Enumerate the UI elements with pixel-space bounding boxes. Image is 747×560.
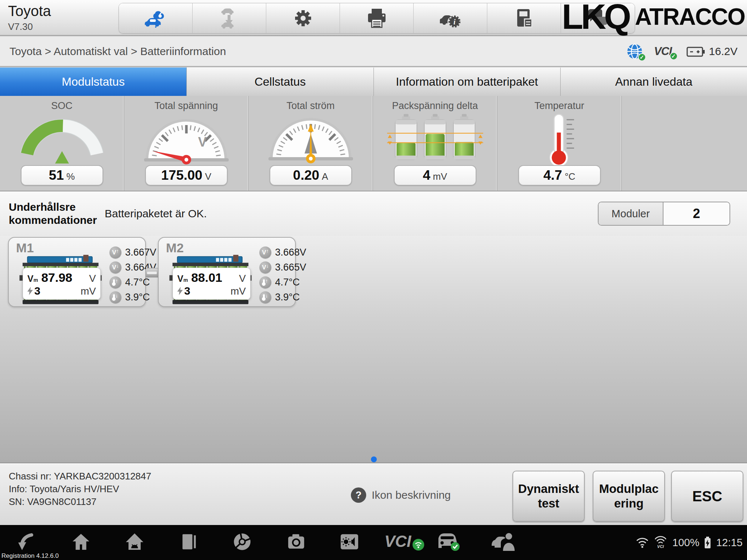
battery-voltage-icon	[686, 46, 705, 57]
temp-max-icon: ↑	[259, 276, 271, 288]
tab-cellstatus[interactable]: Cellstatus	[187, 67, 374, 96]
icon-description-button[interactable]: ? Ikon beskrivning	[351, 487, 451, 503]
camera-button[interactable]	[287, 533, 306, 552]
top-toolbar: i	[119, 3, 635, 34]
printer-icon	[366, 8, 387, 28]
chrome-icon	[233, 532, 252, 551]
voltage-max-icon: V↑	[109, 246, 121, 258]
gauge-pack-delta: Packspänning delta	[373, 96, 498, 191]
settings-gear-icon	[293, 8, 314, 29]
registration-version: Registration 4.12.6.0	[1, 552, 59, 560]
module-name: M1	[16, 241, 34, 255]
page-indicator-dot	[371, 456, 377, 462]
stat-tmin: ↓ 3.9°C	[259, 291, 306, 304]
recent-apps-icon	[179, 533, 198, 551]
temp-max-icon: ↑	[109, 276, 121, 288]
chrome-button[interactable]	[233, 532, 252, 553]
settings-button[interactable]	[266, 3, 340, 33]
pack-delta-icon	[380, 112, 490, 168]
voltage-max-icon: V↑	[259, 246, 271, 258]
app-header: Toyota V7.30	[0, 0, 747, 36]
mechanic-button[interactable]	[491, 532, 516, 553]
icon-description-label: Ikon beskrivning	[372, 489, 451, 501]
android-home-button[interactable]	[125, 533, 144, 552]
breadcrumb: Toyota > Automatiskt val > Batteriinform…	[9, 45, 226, 58]
mechanic-icon	[491, 532, 516, 552]
stat-vmin: V↓ 3.665V	[259, 261, 306, 274]
vci-connection-icon: VCI	[384, 532, 426, 552]
android-navbar: VCI	[0, 525, 747, 560]
temp-min-icon: ↓	[109, 291, 121, 303]
modules-area: M1	[0, 236, 747, 462]
total-voltage-value: 175.00 V	[145, 165, 228, 186]
camera-icon	[287, 533, 306, 551]
voltage-min-icon: V↓	[259, 261, 271, 273]
dynamic-test-button[interactable]: Dynamiskt test	[512, 471, 585, 522]
internet-status: ✓	[626, 43, 643, 60]
remote-diagnostics-icon	[144, 8, 167, 29]
module-value-overlay: Vm 88.01 V 3 mV	[173, 268, 251, 300]
vehicle-info-block: Chassi nr: YARKBAC3200312847 Info: Toyot…	[9, 470, 151, 508]
support-chat-button[interactable]	[561, 3, 635, 33]
back-icon	[18, 533, 36, 551]
gauge-soc: SOC 51 %	[0, 96, 124, 191]
back-button[interactable]	[18, 533, 36, 552]
battery-voltage-value: 16.2V	[709, 45, 738, 58]
module-delta: 3	[184, 285, 190, 297]
soc-value: 51 %	[21, 165, 103, 186]
stat-tmax: ↑ 4.7°C	[109, 276, 156, 289]
gauge-empty-panel	[622, 96, 747, 191]
svg-text:VCI: VCI	[384, 532, 411, 550]
question-icon: ?	[351, 487, 366, 503]
vehicle-info-button[interactable]: i	[414, 3, 487, 33]
vehicle-model-info: Info: Toyota/Yaris HV/HEV	[9, 483, 151, 495]
tab-modulstatus[interactable]: Modulstatus	[0, 67, 187, 96]
connection-status: ✓ VCI ✓ 16.2V	[626, 43, 738, 60]
recent-apps-button[interactable]	[179, 533, 198, 552]
home-button[interactable]	[71, 533, 90, 552]
app-version: V7.30	[8, 21, 33, 32]
vci-status: VCI ✓	[654, 45, 676, 58]
gauge-total-voltage: Total spänning V 175.00 V	[124, 96, 249, 191]
print-button[interactable]	[340, 3, 414, 33]
tab-annan-livedata[interactable]: Annan livedata	[561, 67, 747, 96]
serial-number: SN: VA9GN8C01137	[9, 495, 151, 508]
breadcrumb-bar: Toyota > Automatiskt val > Batteriinform…	[0, 36, 747, 67]
data-manager-button[interactable]	[487, 3, 561, 33]
module-name: M2	[166, 241, 184, 255]
vci-connection-button[interactable]: VCI	[384, 532, 426, 553]
vehicle-voltage: 16.2V	[686, 45, 738, 58]
modules-counter-value: 2	[663, 202, 729, 225]
vehicle-connected-button[interactable]	[436, 532, 460, 553]
module-card-m2[interactable]: M2 Vm 88.01 V 3 mV	[158, 237, 296, 307]
display-settings-button[interactable]	[339, 533, 360, 552]
esc-button[interactable]: ESC	[671, 471, 743, 522]
current-dial	[267, 114, 355, 164]
remote-diagnostics-button[interactable]	[119, 3, 193, 33]
vehicle-lift-icon	[218, 8, 240, 29]
module-value-overlay: Vm 87.98 V 3 mV	[23, 268, 101, 300]
module-stats: V↑ 3.668V V↓ 3.665V ↑ 4.7°C ↓ 3.9°C	[259, 246, 306, 304]
data-manager-icon	[515, 8, 533, 28]
vci-wifi-icon: VCI	[653, 536, 668, 549]
stat-tmax: ↑ 4.7°C	[259, 276, 306, 289]
app-title: Toyota	[8, 3, 51, 19]
thermometer-icon	[534, 112, 585, 168]
module-placement-button[interactable]: Modulplacering	[593, 471, 665, 522]
module-card-m1[interactable]: M1	[8, 237, 146, 307]
tab-batteripaket-info[interactable]: Information om batteripaket	[374, 67, 561, 96]
support-chat-icon	[587, 8, 609, 28]
maintenance-message: Batteripaketet är OK.	[105, 207, 207, 220]
gauge-strip: SOC 51 % Total spänning V	[0, 96, 747, 191]
delta-bolt-icon	[177, 287, 183, 295]
module-voltage: 87.98	[41, 271, 72, 285]
modules-counter-label: Moduler	[599, 202, 663, 225]
chassis-number: Chassi nr: YARKBAC3200312847	[9, 470, 151, 483]
battery-status-icon	[704, 536, 712, 549]
brand-atracco: ATRACCO	[635, 0, 745, 34]
temperature-value: 4.7 °C	[518, 165, 601, 186]
android-home-icon	[125, 533, 144, 551]
temp-min-icon: ↓	[259, 291, 271, 303]
vehicle-lift-button[interactable]	[193, 3, 266, 33]
module-connector	[146, 268, 158, 277]
